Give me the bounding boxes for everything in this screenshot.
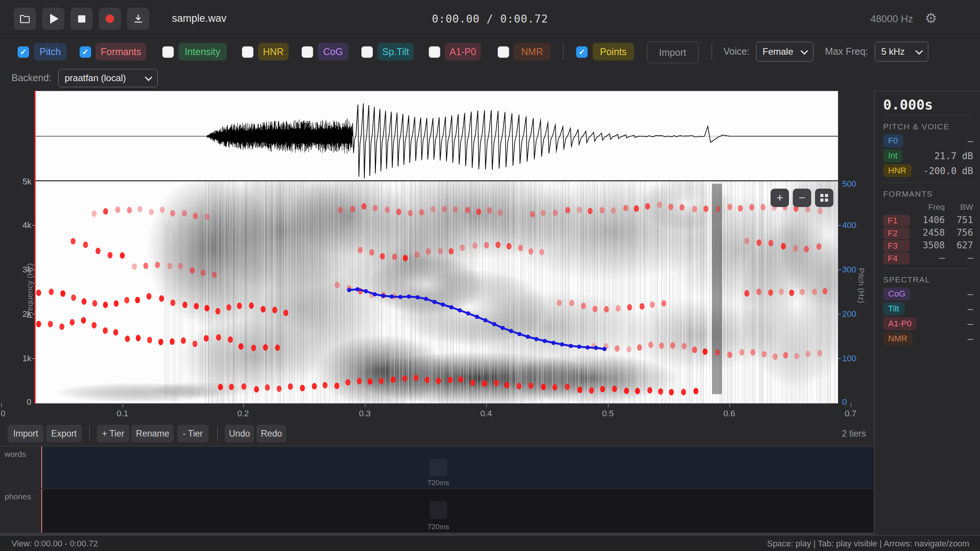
f1-badge: F1 <box>883 215 910 227</box>
time-tick-07: 0.7 <box>845 409 857 419</box>
f2-bw: 756 <box>939 227 973 238</box>
chevron-down-icon <box>145 73 152 81</box>
pitch-axis-label: Pitch (Hz) <box>857 268 866 303</box>
formants-checkbox[interactable]: ✓ <box>80 46 91 58</box>
f0-value: — <box>968 136 973 147</box>
formants-toggle-label[interactable]: Formants <box>96 43 146 60</box>
max-freq-select[interactable]: 5 kHz <box>875 42 928 62</box>
f3-badge: F3 <box>883 240 910 252</box>
nmr-toggle-label[interactable]: NMR <box>514 43 550 60</box>
hnr-checkbox[interactable]: ✓ <box>242 46 253 58</box>
voice-value: Female <box>763 46 793 57</box>
cog-badge: CoG <box>883 287 910 300</box>
waveform-view[interactable] <box>35 91 838 181</box>
intensity-checkbox[interactable]: ✓ <box>162 46 174 58</box>
pitch-checkbox[interactable]: ✓ <box>18 46 29 58</box>
cog-checkbox[interactable]: ✓ <box>302 46 313 58</box>
pitch-tick-100: 100 <box>842 354 856 364</box>
tier-row-words[interactable]: words 720ms <box>0 446 874 489</box>
backend-value: praatfan (local) <box>65 73 126 83</box>
tier-row-phones[interactable]: phones 720ms <box>0 488 874 533</box>
record-icon <box>106 15 114 23</box>
section-header-formants: FORMANTS <box>883 189 933 199</box>
sample-rate: 48000 Hz <box>871 13 913 25</box>
time-tick-0: 0 <box>1 409 5 419</box>
freq-tick-1k: 1k <box>8 354 31 364</box>
status-key-hints: Space: play | Tab: play visible | Arrows… <box>767 539 969 549</box>
folder-icon <box>19 13 31 24</box>
points-toggle-label[interactable]: Points <box>593 43 634 60</box>
pitch-tick-0: 0 <box>842 397 847 407</box>
hnr-toggle-label[interactable]: HNR <box>258 43 289 60</box>
sptilt-checkbox[interactable]: ✓ <box>361 46 373 58</box>
zoom-in-button[interactable]: + <box>771 189 789 207</box>
tilt-value: — <box>968 304 973 315</box>
cog-toggle-label[interactable]: CoG <box>318 43 348 60</box>
time-tick-06: 0.6 <box>724 409 735 419</box>
interval-handle[interactable] <box>430 501 447 519</box>
time-tick-03: 0.3 <box>359 409 371 419</box>
freq-tick-0: 0 <box>8 397 31 407</box>
freq-tick-4k: 4k <box>8 220 31 230</box>
section-header-spectral: SPECTRAL <box>883 275 930 284</box>
pitch-tick-200: 200 <box>842 309 856 319</box>
freq-axis-label: Frequency (Hz) <box>25 253 34 329</box>
pitch-toggle-label[interactable]: Pitch <box>34 43 67 60</box>
record-button[interactable] <box>99 8 121 30</box>
points-checkbox[interactable]: ✓ <box>576 46 588 58</box>
nmr-value: — <box>968 334 973 344</box>
time-tick-02: 0.2 <box>237 409 249 419</box>
hnr-value: -200.0 dB <box>923 166 973 176</box>
grid-icon <box>820 194 828 202</box>
tier-export-button[interactable]: Export <box>46 425 82 442</box>
remove-tier-button[interactable]: - Tier <box>177 425 208 442</box>
tier-playhead <box>41 489 42 533</box>
voice-select[interactable]: Female <box>756 42 813 62</box>
stop-button[interactable] <box>70 8 93 30</box>
nmr-checkbox[interactable]: ✓ <box>498 46 509 58</box>
max-freq-value: 5 kHz <box>881 46 905 57</box>
title-bar: sample.wav 0:00.00 / 0:00.72 48000 Hz ⚙ <box>0 0 980 38</box>
a1p0-checkbox[interactable]: ✓ <box>429 46 440 58</box>
f4-badge: F4 <box>883 253 910 264</box>
toggle-row-divider <box>563 43 564 60</box>
a1p0-value: — <box>968 319 973 329</box>
theme-toggle[interactable] <box>949 11 963 24</box>
backend-select[interactable]: praatfan (local) <box>58 69 158 87</box>
open-file-button[interactable] <box>14 8 36 30</box>
rename-tier-button[interactable]: Rename <box>131 425 174 442</box>
max-freq-label: Max Freq: <box>825 46 868 57</box>
pitch-tick-500: 500 <box>842 179 856 189</box>
interval-duration: 720ms <box>427 479 449 487</box>
sptilt-toggle-label[interactable]: Sp.Tilt <box>377 43 414 60</box>
zoom-reset-button[interactable] <box>815 189 833 207</box>
cog-value: — <box>968 289 973 300</box>
redo-button[interactable]: Redo <box>256 425 286 442</box>
freq-tick-5k: 5k <box>8 177 31 187</box>
spectrogram-view[interactable] <box>35 181 838 404</box>
a1p0-toggle-label[interactable]: A1-P0 <box>445 43 481 60</box>
chevron-down-icon <box>915 47 923 55</box>
play-button[interactable] <box>42 8 64 30</box>
save-button[interactable] <box>127 8 149 30</box>
interval-duration: 720ms <box>427 523 449 531</box>
add-tier-button[interactable]: + Tier <box>97 425 129 442</box>
f4-bw: — <box>939 253 973 263</box>
analysis-sidebar: 0.000s PITCH & VOICE F0 — Int 21.7 dB HN… <box>874 91 980 536</box>
tilt-badge: Tilt <box>883 302 904 315</box>
undo-button[interactable]: Undo <box>225 425 254 442</box>
gear-icon[interactable]: ⚙ <box>925 9 937 28</box>
a1p0-badge: A1-P0 <box>883 317 916 330</box>
formant-col-bw: BW <box>939 202 973 212</box>
intensity-toggle-label[interactable]: Intensity <box>178 43 227 60</box>
playhead-cursor[interactable] <box>34 91 36 403</box>
time-tick-05: 0.5 <box>602 409 614 419</box>
status-view-range: View: 0:00.00 - 0:00.72 <box>11 539 98 549</box>
points-import-button[interactable]: Import <box>647 42 698 63</box>
status-bar: View: 0:00.00 - 0:00.72 Space: play | Ta… <box>0 535 980 551</box>
interval-handle[interactable] <box>430 459 447 476</box>
cursor-time: 0.000s <box>883 97 933 112</box>
zoom-out-button[interactable]: − <box>793 189 811 207</box>
tier-import-button[interactable]: Import <box>8 425 44 442</box>
tier-name: words <box>5 450 26 459</box>
